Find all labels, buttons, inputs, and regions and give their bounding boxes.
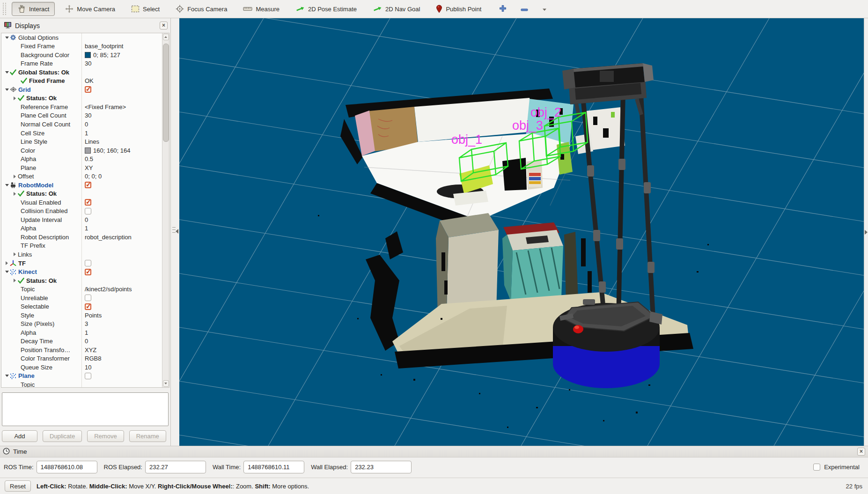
expand-open-icon[interactable] <box>4 37 10 39</box>
duplicate-button[interactable]: Duplicate <box>43 430 82 442</box>
property-value[interactable]: 30 <box>85 60 91 67</box>
row-checkbox[interactable] <box>85 303 91 310</box>
tree-row[interactable]: Visual Enabled <box>1 198 162 207</box>
tree-row[interactable]: Links <box>1 250 162 259</box>
toolbar-drag-handle[interactable] <box>3 3 6 15</box>
row-checkbox[interactable] <box>85 260 91 266</box>
time-field-input[interactable]: 232.23 <box>351 461 412 473</box>
color-swatch[interactable] <box>85 147 91 154</box>
tree-row[interactable]: RobotModel <box>1 181 162 190</box>
tree-row[interactable]: Status: Ok <box>1 94 162 103</box>
remove-button[interactable]: Remove <box>87 430 124 442</box>
tree-row[interactable]: Plane Cell Count30 <box>1 111 162 120</box>
tree-row[interactable]: Alpha1 <box>1 328 162 337</box>
tree-row[interactable]: Selectable <box>1 302 162 311</box>
tree-row[interactable]: Plane <box>1 372 162 381</box>
expand-closed-icon[interactable] <box>12 175 18 178</box>
tree-row[interactable]: Reference Frame<Fixed Frame> <box>1 103 162 111</box>
tree-row[interactable]: Normal Cell Count0 <box>1 120 162 129</box>
time-field-input[interactable]: 1488768610.11 <box>243 461 304 473</box>
tree-row[interactable]: Position Transfo…XYZ <box>1 346 162 354</box>
property-value[interactable]: 160; 160; 164 <box>93 147 131 154</box>
tree-row[interactable]: Decay Time0 <box>1 337 162 346</box>
tree-row[interactable]: Size (Pixels)3 <box>1 319 162 328</box>
property-value[interactable]: 0 <box>85 121 88 128</box>
property-value[interactable]: 3 <box>85 320 88 327</box>
3d-viewport[interactable]: obj_1obj_2obj_3 <box>179 18 864 446</box>
tree-row[interactable]: Grid <box>1 85 162 94</box>
reset-button[interactable]: Reset <box>5 480 31 492</box>
property-value[interactable]: 1 <box>85 130 88 137</box>
remove-tool-button[interactable] <box>518 4 531 15</box>
tree-row[interactable]: Line StyleLines <box>1 137 162 146</box>
property-value[interactable]: 30 <box>85 112 91 119</box>
displays-close-button[interactable]: × <box>160 22 168 29</box>
row-checkbox[interactable] <box>85 86 91 93</box>
property-value[interactable]: <Fixed Frame> <box>85 103 126 111</box>
property-value[interactable]: OK <box>85 77 94 84</box>
tree-row[interactable]: Queue Size10 <box>1 363 162 372</box>
property-value[interactable]: robot_description <box>85 234 132 241</box>
time-field-input[interactable]: 1488768610.08 <box>37 461 97 473</box>
scroll-up-icon[interactable] <box>163 34 169 40</box>
tool-measure[interactable]: Measure <box>237 3 285 15</box>
tree-row[interactable]: Status: Ok <box>1 190 162 199</box>
tree-row[interactable]: TF Prefix <box>1 242 162 251</box>
property-value[interactable]: 0; 0; 0 <box>85 173 102 180</box>
tree-row[interactable]: Update Interval0 <box>1 215 162 224</box>
expand-closed-icon[interactable] <box>4 261 10 265</box>
tree-row[interactable]: Kinect <box>1 267 162 276</box>
tree-row[interactable]: Global Options <box>1 33 162 42</box>
add-button[interactable]: Add <box>2 430 37 442</box>
expand-open-icon[interactable] <box>4 271 10 273</box>
row-checkbox[interactable] <box>85 199 91 206</box>
expand-closed-icon[interactable] <box>12 279 18 282</box>
property-value[interactable]: 0 <box>85 216 88 223</box>
expand-closed-icon[interactable] <box>12 96 18 100</box>
tree-row[interactable]: Status: Ok <box>1 276 162 285</box>
property-value[interactable]: Points <box>85 312 102 319</box>
experimental-checkbox[interactable] <box>813 464 820 471</box>
tree-row[interactable]: StylePoints <box>1 311 162 320</box>
tree-row[interactable]: Topic <box>1 380 162 387</box>
property-value[interactable]: XY <box>85 164 93 171</box>
property-value[interactable]: /kinect2/sd/points <box>85 286 132 293</box>
row-checkbox[interactable] <box>85 373 91 379</box>
tree-row[interactable]: Alpha1 <box>1 224 162 233</box>
expand-open-icon[interactable] <box>4 184 10 186</box>
color-swatch[interactable] <box>85 52 91 58</box>
tree-row[interactable]: Collision Enabled <box>1 207 162 216</box>
rename-button[interactable]: Rename <box>129 430 166 442</box>
tree-row[interactable]: Cell Size1 <box>1 129 162 138</box>
property-value[interactable]: 10 <box>85 364 91 371</box>
property-value[interactable]: 0 <box>85 338 88 345</box>
panel-splitter[interactable] <box>171 18 179 446</box>
splitter-grip[interactable] <box>172 227 176 233</box>
tool-publish-point[interactable]: Publish Point <box>430 2 487 16</box>
row-checkbox[interactable] <box>85 269 91 275</box>
right-panel-splitter[interactable] <box>864 18 868 446</box>
collapse-right-icon[interactable] <box>865 230 868 235</box>
time-field-input[interactable]: 232.27 <box>145 461 206 473</box>
tree-row[interactable]: TF <box>1 259 162 268</box>
property-value[interactable]: 0; 85; 127 <box>93 52 120 59</box>
tool-focus-camera[interactable]: Focus Camera <box>170 2 233 16</box>
expand-closed-icon[interactable] <box>12 192 18 196</box>
tree-row[interactable]: Offset0; 0; 0 <box>1 172 162 181</box>
time-close-button[interactable]: × <box>857 448 865 456</box>
row-checkbox[interactable] <box>85 295 91 301</box>
tool-move-camera[interactable]: Move Camera <box>59 2 121 16</box>
tree-row[interactable]: PlaneXY <box>1 163 162 172</box>
property-value[interactable]: 1 <box>85 329 88 336</box>
tree-row[interactable]: Color TransformerRGB8 <box>1 354 162 363</box>
property-value[interactable]: Lines <box>85 138 99 145</box>
expand-open-icon[interactable] <box>4 71 10 74</box>
tree-row[interactable]: Global Status: Ok <box>1 68 162 77</box>
property-value[interactable]: XYZ <box>85 347 96 354</box>
tree-row[interactable]: Fixed FrameOK <box>1 77 162 86</box>
expand-closed-icon[interactable] <box>12 252 18 256</box>
expand-open-icon[interactable] <box>4 88 10 91</box>
tree-row[interactable]: Fixed Framebase_footprint <box>1 42 162 51</box>
row-checkbox[interactable] <box>85 208 91 214</box>
collapse-left-icon[interactable] <box>176 229 178 234</box>
